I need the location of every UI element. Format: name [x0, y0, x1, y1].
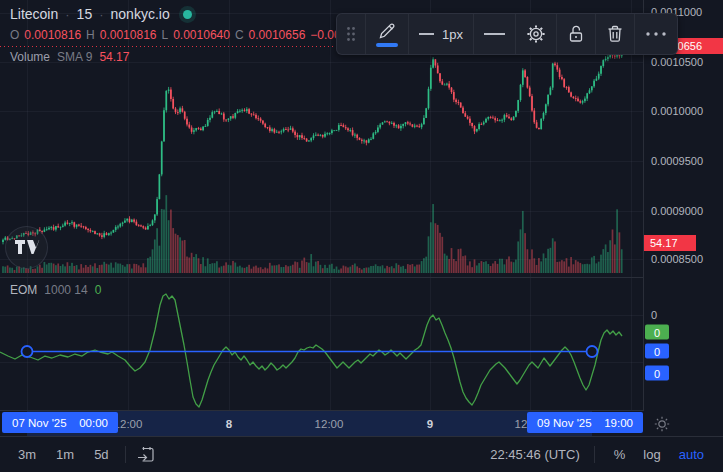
range-button-3m[interactable]: 3m	[10, 443, 44, 466]
more-options-button[interactable]	[635, 14, 677, 54]
volume-sma-label: SMA 9	[57, 50, 92, 64]
volume-value-label: 54.17	[644, 235, 696, 251]
price-tick: 0	[651, 309, 657, 321]
line-style-button[interactable]	[474, 14, 515, 54]
drag-dots-icon	[346, 26, 356, 42]
price-tick: 0.0009500	[651, 155, 703, 167]
time-axis[interactable]: 12:00812:00912:0007 Nov '2500:0009 Nov '…	[0, 411, 723, 436]
close-label: C	[235, 28, 244, 42]
settings-button[interactable]	[516, 14, 556, 54]
ellipsis-icon	[645, 31, 667, 37]
delete-button[interactable]	[596, 14, 634, 54]
eom-axis-badge: 0	[645, 366, 669, 381]
price-tick: 0.0009000	[651, 205, 703, 217]
open-value: 0.0010816	[24, 28, 81, 42]
tradingview-watermark	[5, 226, 48, 269]
eom-value: 0	[95, 283, 102, 297]
exchange-label[interactable]: nonkyc.io	[111, 6, 170, 22]
legend-separator: ·	[99, 7, 103, 22]
volume-label: Volume	[10, 50, 50, 64]
goto-date-icon	[137, 446, 156, 464]
trash-icon	[606, 24, 624, 44]
line-color-button[interactable]	[366, 14, 408, 54]
price-tick: 0.0008500	[651, 253, 703, 265]
active-color-swatch	[376, 43, 398, 47]
candles-layer	[2, 49, 622, 244]
eom-axis-badge: 0	[645, 344, 669, 359]
open-label: O	[10, 28, 19, 42]
footer-right-group: 22:45:46 (UTC) % log auto	[488, 443, 723, 466]
high-label: H	[86, 28, 95, 42]
line-style-preview	[484, 33, 505, 35]
gear-icon	[526, 24, 546, 44]
chart-canvas[interactable]	[0, 0, 723, 472]
price-tick: 0.0010500	[651, 56, 703, 68]
range-button-5d[interactable]: 5d	[86, 443, 116, 466]
time-tick: 9	[427, 418, 433, 430]
symbol-name[interactable]: Litecoin	[10, 6, 58, 22]
volume-value: 54.17	[99, 50, 129, 64]
log-scale-button[interactable]: log	[636, 443, 667, 466]
clock-label[interactable]: 22:45:46 (UTC)	[488, 443, 582, 466]
range-button-1m[interactable]: 1m	[48, 443, 82, 466]
footer-divider	[125, 446, 126, 463]
symbol-legend[interactable]: Litecoin · 15 · nonkyc.io	[10, 6, 192, 22]
market-status-dot[interactable]	[183, 10, 192, 19]
low-label: L	[161, 28, 168, 42]
tradingview-logo-icon	[14, 239, 40, 257]
unlock-icon	[567, 24, 585, 44]
pencil-icon	[377, 22, 397, 41]
percent-scale-button[interactable]: %	[607, 443, 633, 466]
drawing-toolbar: 1px	[336, 13, 678, 55]
bottom-toolbar: 3m1m5d 22:45:46 (UTC) % log auto	[0, 436, 723, 472]
price-axis[interactable]: 0.00110000.00105000.00100000.00095000.00…	[643, 0, 723, 435]
eom-axis-badge: 0	[645, 325, 669, 340]
high-value: 0.0010816	[100, 28, 157, 42]
goto-date-button[interactable]	[134, 442, 160, 468]
trading-chart-app: Litecoin · 15 · nonkyc.io O0.0010816 H0.…	[0, 0, 723, 472]
footer-divider	[594, 446, 595, 463]
eom-legend-row[interactable]: EOM 1000 14 0	[10, 283, 101, 297]
trendline-handle[interactable]	[587, 346, 598, 357]
range-buttons: 3m1m5d	[0, 443, 117, 466]
toolbar-drag-handle[interactable]	[337, 14, 365, 54]
time-tick: 12:00	[315, 418, 344, 430]
trendline-time-label[interactable]: 09 Nov '2519:00	[527, 412, 643, 433]
eom-label: EOM	[10, 283, 37, 297]
timezone-theme-button[interactable]	[652, 414, 672, 434]
auto-scale-button[interactable]: auto	[672, 443, 711, 466]
line-width-label: 1px	[442, 27, 463, 42]
lock-button[interactable]	[557, 14, 595, 54]
eom-indicator-line	[0, 294, 622, 407]
time-tick: 8	[226, 418, 232, 430]
close-value: 0.0010656	[249, 28, 306, 42]
eom-params: 1000 14	[44, 283, 87, 297]
trendline-handle[interactable]	[22, 346, 33, 357]
line-width-preview	[419, 33, 434, 35]
trendline-time-label[interactable]: 07 Nov '2500:00	[2, 412, 118, 433]
low-value: 0.0010640	[173, 28, 230, 42]
interval-label[interactable]: 15	[77, 6, 93, 22]
price-tick: 0.0010000	[651, 105, 703, 117]
legend-separator: ·	[65, 7, 69, 22]
line-width-button[interactable]: 1px	[409, 14, 473, 54]
volume-legend-row[interactable]: Volume SMA 9 54.17	[10, 50, 129, 64]
sun-icon	[654, 416, 670, 432]
